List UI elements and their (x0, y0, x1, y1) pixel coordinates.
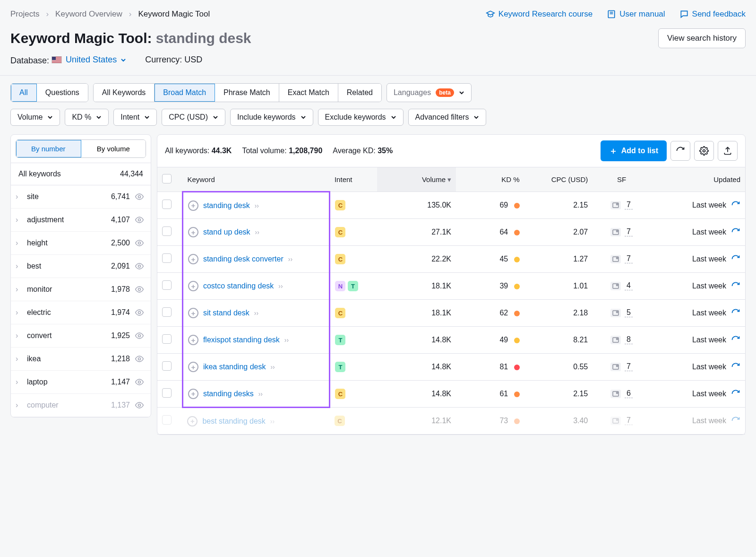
eye-icon[interactable] (135, 354, 144, 364)
double-chevron-icon[interactable]: ›› (255, 228, 259, 236)
sf-count[interactable]: 4 (625, 281, 633, 290)
tab-all[interactable]: All (11, 84, 37, 102)
double-chevron-icon[interactable]: ›› (288, 255, 292, 263)
double-chevron-icon[interactable]: ›› (255, 202, 259, 209)
add-keyword-icon[interactable]: + (187, 416, 198, 426)
row-checkbox[interactable] (162, 334, 172, 344)
serp-features-icon[interactable] (610, 255, 621, 263)
select-all-checkbox[interactable] (162, 174, 172, 183)
eye-icon[interactable] (135, 331, 144, 340)
refresh-button[interactable] (670, 141, 690, 161)
sf-count[interactable]: 7 (625, 200, 633, 209)
sidebar-item-convert[interactable]: › convert 1,925 (11, 324, 151, 348)
refresh-row-icon[interactable] (731, 281, 740, 291)
settings-button[interactable] (694, 141, 714, 161)
eye-icon[interactable] (135, 261, 144, 271)
keyword-link[interactable]: standing desk converter (203, 255, 284, 263)
sidebar-item-ikea[interactable]: › ikea 1,218 (11, 348, 151, 371)
row-checkbox[interactable] (162, 200, 172, 209)
breadcrumb-overview[interactable]: Keyword Overview (55, 9, 122, 19)
col-volume[interactable]: Volume▾ (377, 167, 456, 192)
eye-icon[interactable] (135, 377, 144, 387)
keyword-link[interactable]: standing desks (203, 390, 254, 398)
tab-exact-match[interactable]: Exact Match (279, 84, 338, 102)
sf-count[interactable]: 7 (625, 227, 633, 236)
sf-count[interactable]: 8 (625, 335, 633, 344)
add-keyword-icon[interactable]: + (188, 200, 198, 211)
add-keyword-icon[interactable]: + (188, 335, 198, 345)
sidebar-item-adjustment[interactable]: › adjustment 4,107 (11, 209, 151, 232)
keyword-link[interactable]: costco standing desk (203, 282, 274, 290)
database-selector[interactable]: Database: United States (10, 55, 126, 66)
user-manual-link[interactable]: User manual (607, 9, 665, 19)
row-checkbox[interactable] (162, 361, 172, 371)
tab-related[interactable]: Related (338, 84, 381, 102)
add-keyword-icon[interactable]: + (188, 308, 198, 318)
filter-intent[interactable]: Intent (113, 109, 157, 126)
keyword-link[interactable]: flexispot standing desk (203, 336, 280, 344)
eye-icon[interactable] (135, 238, 144, 248)
filter-include-keywords[interactable]: Include keywords (230, 109, 313, 126)
refresh-row-icon[interactable] (731, 308, 740, 318)
send-feedback-link[interactable]: Send feedback (679, 9, 746, 19)
keyword-link[interactable]: standing desk (203, 201, 250, 210)
add-to-list-button[interactable]: ＋ Add to list (601, 140, 667, 161)
add-keyword-icon[interactable]: + (188, 362, 198, 372)
filter-advanced[interactable]: Advanced filters (408, 109, 487, 126)
sf-count[interactable]: 7 (625, 254, 633, 263)
row-checkbox[interactable] (162, 253, 172, 263)
keyword-link[interactable]: stand up desk (203, 228, 250, 236)
serp-features-icon[interactable] (610, 363, 621, 371)
serp-features-icon[interactable] (610, 228, 621, 236)
row-checkbox[interactable] (162, 415, 172, 425)
sidebar-item-monitor[interactable]: › monitor 1,978 (11, 278, 151, 301)
refresh-row-icon[interactable] (731, 335, 740, 345)
add-keyword-icon[interactable]: + (188, 281, 198, 291)
sf-count[interactable]: 6 (625, 389, 633, 398)
sort-by-number[interactable]: By number (16, 140, 81, 157)
sidebar-item-laptop[interactable]: › laptop 1,147 (11, 371, 151, 394)
serp-features-icon[interactable] (610, 282, 621, 290)
tab-questions[interactable]: Questions (37, 84, 88, 102)
serp-features-icon[interactable] (610, 201, 621, 209)
serp-features-icon[interactable] (610, 417, 621, 425)
filter-volume[interactable]: Volume (10, 109, 60, 126)
keyword-link[interactable]: best standing desk (202, 417, 265, 426)
double-chevron-icon[interactable]: ›› (258, 390, 263, 398)
double-chevron-icon[interactable]: ›› (254, 309, 258, 317)
eye-icon[interactable] (135, 215, 144, 225)
add-keyword-icon[interactable]: + (188, 254, 198, 264)
double-chevron-icon[interactable]: ›› (270, 418, 275, 425)
tab-broad-match[interactable]: Broad Match (155, 84, 215, 102)
add-keyword-icon[interactable]: + (188, 227, 198, 237)
languages-dropdown[interactable]: Languages beta (387, 83, 472, 102)
sf-count[interactable]: 5 (625, 308, 633, 317)
col-keyword[interactable]: Keyword (182, 167, 330, 192)
sidebar-item-height[interactable]: › height 2,500 (11, 232, 151, 255)
row-checkbox[interactable] (162, 388, 172, 398)
serp-features-icon[interactable] (610, 390, 621, 398)
tab-phrase-match[interactable]: Phrase Match (215, 84, 279, 102)
refresh-row-icon[interactable] (731, 416, 740, 426)
col-cpc[interactable]: CPC (USD) (524, 167, 593, 192)
refresh-row-icon[interactable] (731, 200, 740, 210)
refresh-row-icon[interactable] (731, 362, 740, 372)
sf-count[interactable]: 7 (625, 416, 633, 425)
refresh-row-icon[interactable] (731, 389, 740, 399)
eye-icon[interactable] (135, 400, 144, 410)
row-checkbox[interactable] (162, 280, 172, 290)
eye-icon[interactable] (135, 192, 144, 201)
sort-by-volume[interactable]: By volume (81, 140, 146, 157)
tab-all-keywords[interactable]: All Keywords (94, 84, 155, 102)
row-checkbox[interactable] (162, 307, 172, 317)
filter-kd[interactable]: KD % (65, 109, 109, 126)
export-button[interactable] (718, 141, 738, 161)
double-chevron-icon[interactable]: ›› (270, 363, 275, 371)
double-chevron-icon[interactable]: ›› (284, 336, 289, 344)
add-keyword-icon[interactable]: + (188, 389, 198, 399)
double-chevron-icon[interactable]: ›› (278, 282, 283, 290)
refresh-row-icon[interactable] (731, 254, 740, 264)
sidebar-item-electric[interactable]: › electric 1,974 (11, 301, 151, 324)
keyword-link[interactable]: ikea standing desk (203, 363, 266, 371)
filter-exclude-keywords[interactable]: Exclude keywords (318, 109, 404, 126)
